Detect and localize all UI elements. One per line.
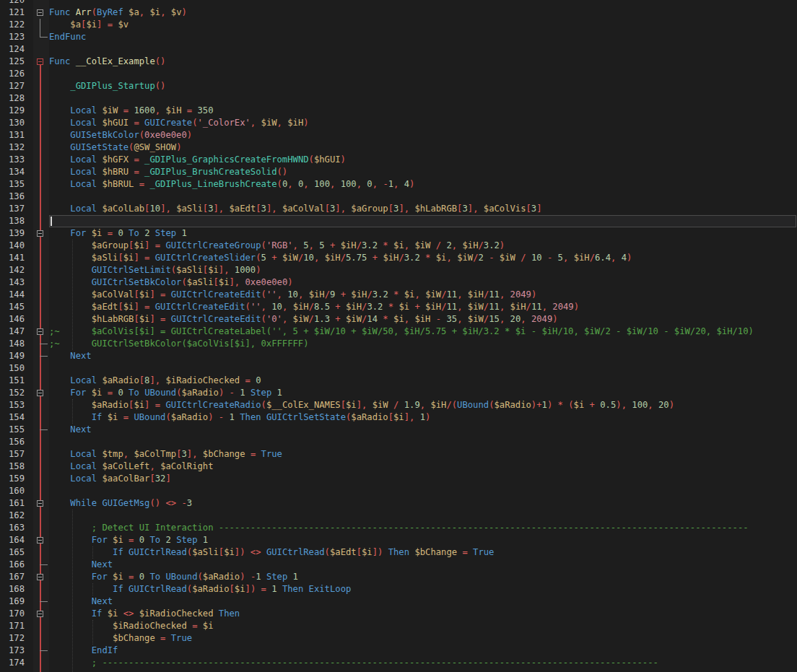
- line-number[interactable]: 167: [0, 571, 33, 583]
- line-number[interactable]: 142: [0, 264, 33, 276]
- line-number[interactable]: 144: [0, 289, 33, 301]
- fold-collapse-icon[interactable]: [37, 500, 43, 507]
- line-number[interactable]: 130: [0, 117, 33, 129]
- code-text[interactable]: ;~ $aColVis[$i] = GUICtrlCreateLabel('',…: [49, 326, 754, 338]
- line-number[interactable]: 140: [0, 240, 33, 252]
- line-number[interactable]: 131: [0, 129, 33, 141]
- code-line[interactable]: 127 _GDIPlus_Startup(): [0, 80, 797, 92]
- code-text[interactable]: $aRadio[$i] = GUICtrlCreateRadio($__ColE…: [49, 399, 674, 411]
- code-text[interactable]: ; Detect UI Interaction ----------------…: [49, 522, 749, 534]
- line-number[interactable]: 138: [0, 215, 33, 227]
- line-number[interactable]: 148: [0, 338, 33, 350]
- line-number[interactable]: 127: [0, 80, 33, 92]
- code-line[interactable]: 120: [0, 0, 797, 6]
- line-number[interactable]: 139: [0, 227, 33, 240]
- code-line[interactable]: 144 $aColVal[$i] = GUICtrlCreateEdit('',…: [0, 289, 797, 301]
- line-number[interactable]: 157: [0, 448, 33, 461]
- code-text[interactable]: For $i = 0 To UBound($aRadio) -1 Step 1: [49, 571, 298, 583]
- code-text[interactable]: GUICtrlSetBkColor($aSli[$i], 0xe0e0e0): [49, 276, 293, 289]
- line-number[interactable]: 133: [0, 154, 33, 166]
- code-text[interactable]: Next: [49, 424, 92, 436]
- code-line[interactable]: 167 For $i = 0 To UBound($aRadio) -1 Ste…: [0, 571, 797, 583]
- code-line[interactable]: 166 Next: [0, 559, 797, 571]
- code-line[interactable]: 139 For $i = 0 To 2 Step 1: [0, 227, 797, 240]
- line-number[interactable]: 173: [0, 645, 33, 657]
- code-line[interactable]: 159 Local $aaColBar[32]: [0, 473, 797, 485]
- code-line[interactable]: 150: [0, 362, 797, 375]
- code-text[interactable]: Local $hBRUL = _GDIPlus_LineBrushCreate(…: [49, 178, 414, 191]
- fold-collapse-icon[interactable]: [37, 537, 43, 544]
- code-text[interactable]: Local $aaColBar[32]: [49, 473, 171, 485]
- code-line[interactable]: 151 Local $aRadio[8], $iRadioChecked = 0: [0, 375, 797, 387]
- code-text[interactable]: For $i = 0 To 2 Step 1: [49, 534, 208, 546]
- line-number[interactable]: 163: [0, 522, 33, 534]
- code-line[interactable]: 123EndFunc: [0, 31, 797, 43]
- code-line[interactable]: 156: [0, 436, 797, 448]
- code-line[interactable]: 171 $iRadioChecked = $i: [0, 620, 797, 632]
- code-text[interactable]: If GUICtrlRead($aRadio[$i]) = 1 Then Exi…: [49, 583, 351, 595]
- code-text[interactable]: ;~ GUICtrlSetBkColor($aColVis[$i], 0xFFF…: [49, 338, 309, 350]
- code-text[interactable]: If $i = UBound($aRadio) - 1 Then GUICtrl…: [49, 411, 430, 424]
- line-number[interactable]: 155: [0, 424, 33, 436]
- fold-collapse-icon[interactable]: [37, 230, 43, 237]
- code-text[interactable]: $aEdt[$i] = GUICtrlCreateEdit('', 10, $i…: [49, 301, 579, 313]
- line-number[interactable]: 120: [0, 0, 33, 6]
- fold-collapse-icon[interactable]: [37, 9, 43, 16]
- code-text[interactable]: Local $aColLeft, $aColRight: [49, 461, 214, 473]
- code-line[interactable]: 174 ; ----------------------------------…: [0, 657, 797, 669]
- code-text[interactable]: GUICtrlSetLimit($aSli[$i], 1000): [49, 264, 261, 276]
- line-number[interactable]: 152: [0, 387, 33, 399]
- code-line[interactable]: 161 While GUIGetMsg() <> -3: [0, 497, 797, 510]
- code-line[interactable]: 162: [0, 510, 797, 522]
- code-line[interactable]: 138: [0, 215, 797, 227]
- code-text[interactable]: _GDIPlus_Startup(): [49, 80, 165, 92]
- code-text[interactable]: Local $tmp, $aColTmp[3], $bChange = True: [49, 448, 282, 461]
- code-line[interactable]: 129 Local $iW = 1600, $iH = 350: [0, 105, 797, 117]
- line-number[interactable]: 174: [0, 657, 33, 669]
- line-number[interactable]: 162: [0, 510, 33, 522]
- line-number[interactable]: 160: [0, 485, 33, 497]
- code-text[interactable]: GUISetBkColor(0xe0e0e0): [49, 129, 192, 141]
- code-line[interactable]: 136: [0, 191, 797, 203]
- code-line[interactable]: 152 For $i = 0 To UBound($aRadio) - 1 St…: [0, 387, 797, 399]
- line-number[interactable]: 147: [0, 326, 33, 338]
- code-line[interactable]: 122 $a[$i] = $v: [0, 19, 797, 31]
- code-line[interactable]: 153 $aRadio[$i] = GUICtrlCreateRadio($__…: [0, 399, 797, 411]
- code-text[interactable]: $aSli[$i] = GUICtrlCreateSlider(5 + $iW/…: [49, 252, 632, 264]
- line-number[interactable]: 151: [0, 375, 33, 387]
- code-line[interactable]: 146 $hLabRGB[$i] = GUICtrlCreateEdit('0'…: [0, 313, 797, 326]
- code-text[interactable]: GUISetState(@SW_SHOW): [49, 141, 181, 154]
- code-line[interactable]: 121Func Arr(ByRef $a, $i, $v): [0, 6, 797, 19]
- line-number[interactable]: 164: [0, 534, 33, 546]
- code-line[interactable]: 168 If GUICtrlRead($aRadio[$i]) = 1 Then…: [0, 583, 797, 595]
- code-text[interactable]: Local $aRadio[8], $iRadioChecked = 0: [49, 375, 261, 387]
- code-line[interactable]: 143 GUICtrlSetBkColor($aSli[$i], 0xe0e0e…: [0, 276, 797, 289]
- line-number[interactable]: 172: [0, 632, 33, 645]
- code-text[interactable]: EndIf: [49, 645, 118, 657]
- code-text[interactable]: If $i <> $iRadioChecked Then: [49, 608, 240, 620]
- fold-collapse-icon[interactable]: [37, 58, 43, 65]
- line-number[interactable]: 137: [0, 203, 33, 215]
- code-line[interactable]: 163 ; Detect UI Interaction ------------…: [0, 522, 797, 534]
- line-number[interactable]: 136: [0, 191, 33, 203]
- line-number[interactable]: 156: [0, 436, 33, 448]
- code-line[interactable]: 135 Local $hBRUL = _GDIPlus_LineBrushCre…: [0, 178, 797, 191]
- code-line[interactable]: 157 Local $tmp, $aColTmp[3], $bChange = …: [0, 448, 797, 461]
- code-line[interactable]: 169 Next: [0, 595, 797, 608]
- line-number[interactable]: 166: [0, 559, 33, 571]
- code-line[interactable]: 148;~ GUICtrlSetBkColor($aColVis[$i], 0x…: [0, 338, 797, 350]
- code-text[interactable]: ; --------------------------------------…: [49, 657, 658, 669]
- code-line[interactable]: 140 $aGroup[$i] = GUICtrlCreateGroup('RG…: [0, 240, 797, 252]
- line-number[interactable]: 158: [0, 461, 33, 473]
- code-text[interactable]: Local $hGUI = GUICreate('_ColorEx', $iW,…: [49, 117, 309, 129]
- line-number[interactable]: 159: [0, 473, 33, 485]
- code-text[interactable]: Local $hGFX = _GDIPlus_GraphicsCreateFro…: [49, 154, 346, 166]
- code-line[interactable]: 131 GUISetBkColor(0xe0e0e0): [0, 129, 797, 141]
- code-line[interactable]: 128: [0, 92, 797, 105]
- code-area[interactable]: 120121Func Arr(ByRef $a, $i, $v)122 $a[$…: [0, 0, 797, 669]
- code-line[interactable]: 164 For $i = 0 To 2 Step 1: [0, 534, 797, 546]
- code-line[interactable]: 160: [0, 485, 797, 497]
- line-number[interactable]: 161: [0, 497, 33, 510]
- code-text[interactable]: If GUICtrlRead($aSli[$i]) <> GUICtrlRead…: [49, 546, 494, 559]
- code-text[interactable]: For $i = 0 To 2 Step 1: [49, 227, 187, 240]
